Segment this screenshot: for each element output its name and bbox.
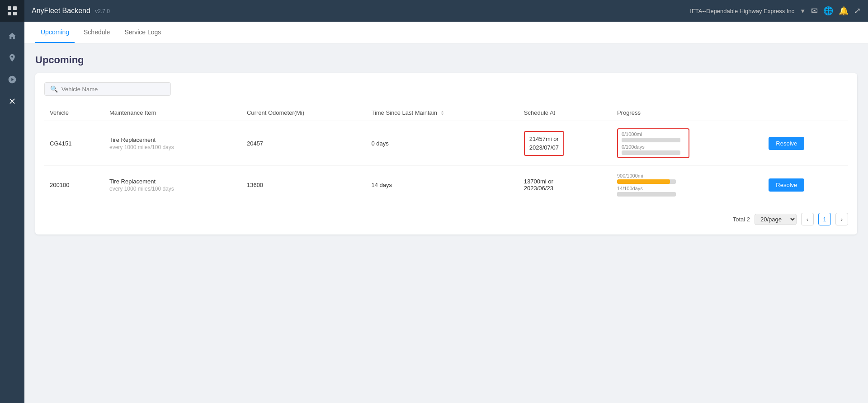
sidebar-item-target[interactable] [0,69,24,90]
maintenance-freq: every 1000 miles/100 days [109,144,236,150]
maintenance-item-name: Tire Replacement [109,178,236,185]
sidebar-item-home[interactable] [0,25,24,47]
tabs-nav: Upcoming Schedule Service Logs [24,22,868,43]
app-title-group: AnyFleet Backend v2.7.0 [32,7,110,15]
maintenance-item-cell: Tire Replacementevery 1000 miles/100 day… [104,121,241,166]
bell-icon[interactable]: 🔔 [839,6,849,16]
progress-days-bar-bg [622,150,680,155]
vehicle-cell: 200100 [44,166,104,204]
resolve-button[interactable]: Resolve [769,178,804,192]
progress-days-label: 0/100days [622,144,685,150]
progress-mi-label: 0/1000mi [622,131,685,137]
progress-mi-bar-bg [617,179,676,184]
page-1-btn[interactable]: 1 [818,213,831,225]
progress-days-row: 0/100days [622,144,685,155]
sidebar [0,0,24,403]
schedule-at-cell: 21457mi or2023/07/07 [519,121,612,166]
next-page-btn[interactable]: › [835,213,848,225]
maintenance-item-cell: Tire Replacementevery 1000 miles/100 day… [104,166,241,204]
col-maintenance-item: Maintenance Item [104,105,241,121]
progress-mi-row: 0/1000mi [622,131,685,142]
vehicle-cell: CG4151 [44,121,104,166]
maintenance-table: Vehicle Maintenance Item Current Odomete… [44,105,848,204]
main-card: 🔍 Vehicle Maintenance Item Current Odome… [35,73,857,234]
progress-mi-label: 900/1000mi [617,173,758,178]
sidebar-item-tools[interactable] [0,90,24,112]
search-bar[interactable]: 🔍 [44,82,171,96]
action-cell: Resolve [763,166,848,204]
search-input[interactable] [61,86,165,93]
progress-mi-row: 900/1000mi [617,173,758,184]
svg-rect-3 [13,12,17,15]
sidebar-item-location[interactable] [0,47,24,69]
tab-service-logs[interactable]: Service Logs [119,22,166,43]
odometer-cell: 13600 [241,166,366,204]
odometer-cell: 20457 [241,121,366,166]
maintenance-freq: every 1000 miles/100 days [109,186,236,192]
top-header: AnyFleet Backend v2.7.0 IFTA--Dependable… [24,0,868,22]
search-icon: 🔍 [50,85,58,93]
progress-container: 900/1000mi 14/100days [617,173,758,197]
app-title: AnyFleet Backend [32,7,90,14]
svg-rect-1 [13,6,17,10]
col-time-since-last: Time Since Last Maintain ⇕ [366,105,518,121]
progress-days-row: 14/100days [617,186,758,197]
company-selector[interactable]: IFTA--Dependable Highway Express Inc [690,8,794,14]
progress-days-label: 14/100days [617,186,758,191]
svg-rect-0 [8,6,11,10]
prev-page-btn[interactable]: ‹ [801,213,814,225]
table-footer: Total 2 20/page 10/page 50/page 100/page… [44,213,848,225]
mail-icon[interactable]: ✉ [811,6,818,16]
tab-schedule[interactable]: Schedule [78,22,115,43]
progress-highlighted-box: 0/1000mi 0/100days [617,128,689,158]
main-content: AnyFleet Backend v2.7.0 IFTA--Dependable… [24,0,868,403]
resolve-button[interactable]: Resolve [769,137,804,150]
time-since-cell: 0 days [366,121,518,166]
app-logo [0,0,24,22]
sort-icon[interactable]: ⇕ [440,110,444,116]
schedule-at-highlighted: 21457mi or2023/07/07 [524,131,564,156]
total-label: Total 2 [733,216,750,223]
progress-cell: 0/1000mi 0/100days [612,121,763,166]
progress-mi-bar-fill [617,179,670,184]
header-right: IFTA--Dependable Highway Express Inc ▼ ✉… [690,6,861,16]
action-cell: Resolve [763,121,848,166]
maintenance-item-name: Tire Replacement [109,136,236,143]
expand-icon[interactable]: ⤢ [854,6,861,16]
content-area: Upcoming 🔍 Vehicle Maintenance Item Curr… [24,43,868,403]
page-size-select[interactable]: 20/page 10/page 50/page 100/page [755,214,797,225]
progress-cell: 900/1000mi 14/100days [612,166,763,204]
table-row: CG4151Tire Replacementevery 1000 miles/1… [44,121,848,166]
globe-icon[interactable]: 🌐 [823,6,833,16]
col-action [763,105,848,121]
col-vehicle: Vehicle [44,105,104,121]
progress-mi-bar-bg [622,138,680,142]
progress-days-bar-fill [617,192,625,197]
progress-days-bar-bg [617,192,676,197]
col-current-odometer: Current Odometer(Mi) [241,105,366,121]
tab-upcoming[interactable]: Upcoming [35,22,75,43]
col-progress: Progress [612,105,763,121]
app-version: v2.7.0 [95,8,110,14]
table-row: 200100Tire Replacementevery 1000 miles/1… [44,166,848,204]
progress-container: 0/1000mi 0/100days [622,131,685,155]
schedule-at-cell: 13700mi or2023/06/23 [519,166,612,204]
col-schedule-at: Schedule At [519,105,612,121]
time-since-cell: 14 days [366,166,518,204]
page-title: Upcoming [35,54,857,66]
svg-rect-2 [8,12,11,15]
